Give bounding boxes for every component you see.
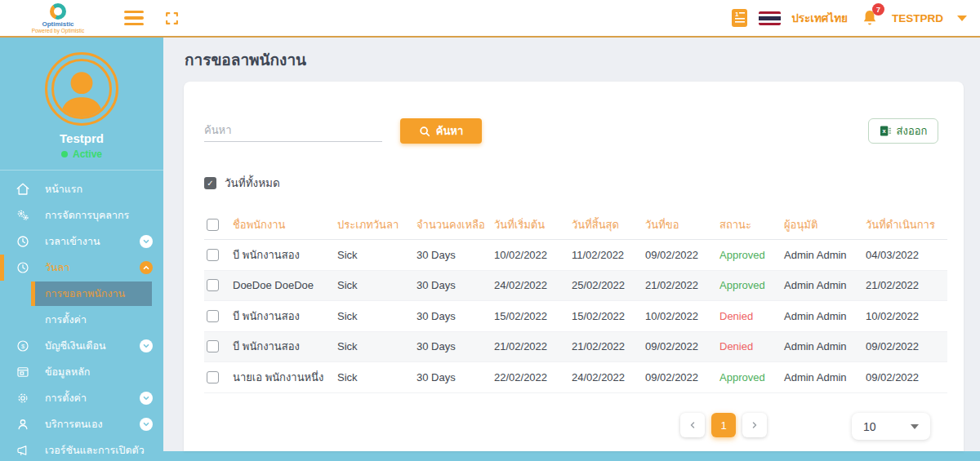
logo-title: Optimistic	[42, 20, 74, 28]
gear-icon	[15, 391, 31, 406]
svg-text:1: 1	[735, 11, 739, 18]
status-label: Active	[73, 148, 102, 160]
megaphone-icon	[15, 443, 31, 458]
col-remaining: จำนวนคงเหลือ	[412, 216, 490, 233]
chevron-down-icon[interactable]	[140, 235, 153, 248]
cell-start-date: 21/02/2022	[490, 340, 568, 352]
table-row: บี พนักงานสอง Sick 30 Days 21/02/2022 21…	[204, 332, 947, 363]
cell-action-date: 21/02/2022	[862, 279, 947, 291]
cell-end-date: 21/02/2022	[568, 340, 641, 352]
sidebar-item-master-data[interactable]: ข้อมูลหลัก	[0, 359, 163, 385]
sidebar-item-settings[interactable]: การตั้งค่า	[0, 385, 163, 411]
cell-request-date: 09/02/2022	[641, 371, 715, 383]
sidebar-item-personnel[interactable]: การจัดการบุคลากร	[0, 202, 163, 228]
select-all-checkbox[interactable]	[207, 219, 219, 231]
col-end-date: วันที่สิ้นสุด	[568, 216, 641, 233]
sidebar-item-leave-settings[interactable]: การตั้งค่า	[0, 307, 163, 333]
main-content: การขอลาพนักงาน ค้นหา x ส่งออก วันที่ทั้ง…	[163, 38, 980, 451]
sidebar-item-attendance[interactable]: เวลาเข้างาน	[0, 228, 163, 255]
next-page-button[interactable]	[742, 413, 767, 437]
logo-subtitle: Powered by Optimistic	[32, 28, 85, 33]
cell-employee-name: บี พนักงานสอง	[229, 338, 333, 355]
sidebar-item-label: การตั้งค่า	[45, 312, 87, 328]
sidebar-item-label: บัญชีเงินเดือน	[45, 338, 105, 354]
cell-status: Approved	[715, 279, 780, 291]
search-button[interactable]: ค้นหา	[400, 118, 482, 144]
cell-end-date: 11/02/2022	[568, 249, 641, 261]
cell-status: Approved	[715, 249, 780, 261]
menu-toggle-icon[interactable]	[124, 11, 144, 25]
col-status: สถานะ	[715, 216, 780, 233]
table-body: บี พนักงานสอง Sick 30 Days 10/02/2022 11…	[204, 240, 947, 393]
cell-status: Approved	[715, 371, 780, 383]
dollar-icon: $	[15, 339, 31, 353]
all-dates-checkbox[interactable]	[204, 177, 216, 189]
sidebar-item-leave-request[interactable]: การขอลาพนักงาน	[31, 281, 152, 306]
table-row: บี พนักงานสอง Sick 30 Days 10/02/2022 11…	[204, 240, 947, 271]
cell-action-date: 10/02/2022	[862, 310, 947, 322]
table-header: ชื่อพนักงาน ประเภทวันลา จำนวนคงเหลือ วัน…	[204, 211, 947, 240]
current-page-button[interactable]: 1	[711, 413, 736, 437]
fullscreen-icon[interactable]	[165, 11, 179, 25]
clock-icon	[15, 234, 31, 249]
cell-employee-name: DoeDoe DoeDoe	[229, 279, 333, 291]
chevron-down-icon[interactable]	[957, 16, 967, 21]
cell-end-date: 24/02/2022	[568, 371, 641, 383]
row-checkbox[interactable]	[207, 279, 219, 291]
table-row: DoeDoe DoeDoe Sick 30 Days 24/02/2022 25…	[204, 271, 947, 302]
thailand-flag-icon[interactable]	[759, 11, 781, 25]
sidebar-item-version-release[interactable]: เวอร์ชันและการเปิดตัว	[0, 437, 163, 461]
col-leave-type: ประเภทวันลา	[333, 216, 412, 233]
cell-start-date: 22/02/2022	[490, 371, 568, 383]
survey-icon[interactable]: 1	[731, 8, 748, 28]
search-icon	[419, 126, 430, 137]
export-button[interactable]: x ส่งออก	[868, 118, 938, 144]
chevron-down-icon[interactable]	[140, 339, 153, 352]
language-label[interactable]: ประเทศไทย	[791, 9, 848, 27]
table-row: นายเอ พนักงานหนึ่ง Sick 30 Days 22/02/20…	[204, 362, 947, 393]
cell-employee-name: บี พนักงานสอง	[229, 308, 333, 325]
cell-action-date: 04/03/2022	[862, 249, 947, 261]
chevron-down-icon[interactable]	[140, 392, 153, 405]
user-menu-label[interactable]: TESTPRD	[892, 12, 943, 24]
chevron-up-icon[interactable]	[140, 261, 153, 274]
row-checkbox[interactable]	[207, 371, 219, 383]
notifications-button[interactable]: 7	[862, 9, 878, 27]
row-checkbox[interactable]	[207, 249, 219, 261]
cell-approver: Admin Admin	[780, 310, 862, 322]
app-logo: Optimistic Powered by Optimistic	[13, 3, 103, 33]
sidebar-item-label: การตั้งค่า	[45, 390, 87, 406]
window-icon	[15, 365, 31, 379]
sidebar-item-self-service[interactable]: บริการตนเอง	[0, 411, 163, 437]
chevron-down-icon	[911, 424, 919, 429]
chevron-down-icon[interactable]	[140, 418, 153, 431]
person-icon	[15, 417, 31, 432]
clock-icon	[15, 260, 31, 275]
home-icon	[15, 182, 31, 197]
cell-remaining: 30 Days	[412, 340, 490, 352]
excel-icon: x	[880, 125, 892, 137]
export-button-label: ส่งออก	[897, 122, 928, 140]
cell-leave-type: Sick	[333, 371, 412, 383]
col-start-date: วันที่เริ่มต้น	[490, 216, 568, 233]
cell-remaining: 30 Days	[412, 249, 490, 261]
cell-leave-type: Sick	[333, 249, 412, 261]
gears-icon	[15, 208, 31, 223]
page-size-value: 10	[863, 420, 876, 433]
sidebar-item-leave[interactable]: วันลา	[0, 255, 163, 281]
search-input[interactable]	[204, 119, 382, 142]
row-checkbox[interactable]	[207, 340, 219, 352]
cell-action-date: 09/02/2022	[862, 371, 947, 383]
page-size-select[interactable]: 10	[852, 413, 930, 440]
cell-leave-type: Sick	[333, 310, 412, 322]
sidebar: Testprd Active หน้าแรก การจัดการบุคลากร …	[0, 38, 163, 461]
content-card: ค้นหา x ส่งออก วันที่ทั้งหมด ชื่อพนักงาน…	[184, 82, 964, 451]
topbar: Optimistic Powered by Optimistic 1 ประเท…	[0, 0, 980, 38]
logo-ring-icon	[50, 3, 66, 20]
sidebar-item-payroll[interactable]: $ บัญชีเงินเดือน	[0, 333, 163, 359]
prev-page-button[interactable]	[680, 413, 705, 437]
profile-section: Testprd Active	[0, 38, 163, 160]
row-checkbox[interactable]	[207, 310, 219, 322]
col-employee-name: ชื่อพนักงาน	[229, 216, 333, 233]
sidebar-item-home[interactable]: หน้าแรก	[0, 176, 163, 202]
